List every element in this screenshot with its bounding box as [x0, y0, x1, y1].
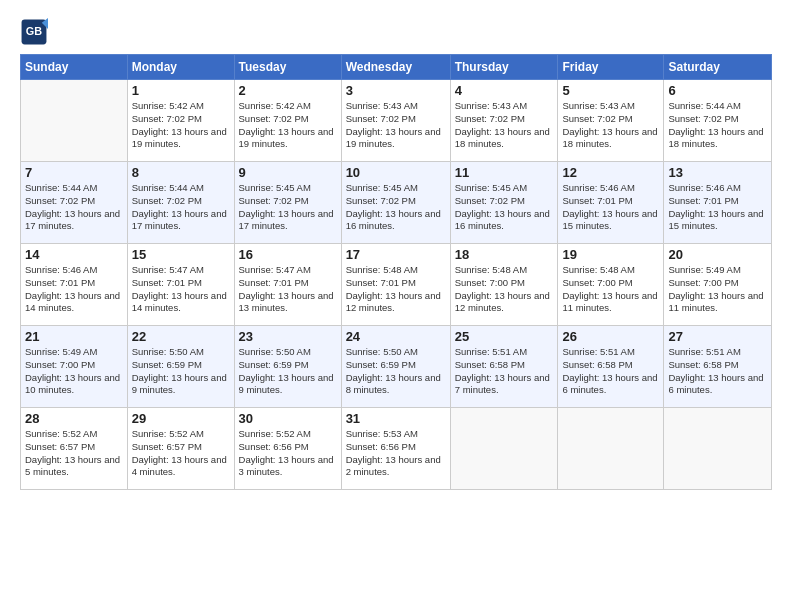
day-number: 25: [455, 329, 554, 344]
day-info: Sunrise: 5:51 AMSunset: 6:58 PMDaylight:…: [668, 346, 767, 397]
day-info: Sunrise: 5:47 AMSunset: 7:01 PMDaylight:…: [239, 264, 337, 315]
day-number: 21: [25, 329, 123, 344]
weekday-saturday: Saturday: [664, 55, 772, 80]
calendar-cell: 27Sunrise: 5:51 AMSunset: 6:58 PMDayligh…: [664, 326, 772, 408]
day-info: Sunrise: 5:50 AMSunset: 6:59 PMDaylight:…: [346, 346, 446, 397]
day-number: 17: [346, 247, 446, 262]
page: GB SundayMondayTuesdayWednesdayThursdayF…: [0, 0, 792, 500]
calendar-cell: [558, 408, 664, 490]
day-number: 23: [239, 329, 337, 344]
calendar-cell: 1Sunrise: 5:42 AMSunset: 7:02 PMDaylight…: [127, 80, 234, 162]
day-info: Sunrise: 5:46 AMSunset: 7:01 PMDaylight:…: [25, 264, 123, 315]
day-info: Sunrise: 5:51 AMSunset: 6:58 PMDaylight:…: [562, 346, 659, 397]
svg-text:GB: GB: [26, 25, 42, 37]
day-number: 12: [562, 165, 659, 180]
day-info: Sunrise: 5:52 AMSunset: 6:56 PMDaylight:…: [239, 428, 337, 479]
day-info: Sunrise: 5:43 AMSunset: 7:02 PMDaylight:…: [346, 100, 446, 151]
calendar-week-row: 7Sunrise: 5:44 AMSunset: 7:02 PMDaylight…: [21, 162, 772, 244]
calendar-cell: 9Sunrise: 5:45 AMSunset: 7:02 PMDaylight…: [234, 162, 341, 244]
calendar-table: SundayMondayTuesdayWednesdayThursdayFrid…: [20, 54, 772, 490]
calendar-cell: 30Sunrise: 5:52 AMSunset: 6:56 PMDayligh…: [234, 408, 341, 490]
calendar-cell: 17Sunrise: 5:48 AMSunset: 7:01 PMDayligh…: [341, 244, 450, 326]
day-number: 6: [668, 83, 767, 98]
weekday-sunday: Sunday: [21, 55, 128, 80]
day-number: 18: [455, 247, 554, 262]
day-number: 16: [239, 247, 337, 262]
calendar-cell: 31Sunrise: 5:53 AMSunset: 6:56 PMDayligh…: [341, 408, 450, 490]
header: GB: [20, 18, 772, 46]
calendar-cell: [21, 80, 128, 162]
calendar-cell: 11Sunrise: 5:45 AMSunset: 7:02 PMDayligh…: [450, 162, 558, 244]
calendar-cell: [450, 408, 558, 490]
day-info: Sunrise: 5:53 AMSunset: 6:56 PMDaylight:…: [346, 428, 446, 479]
calendar-cell: 16Sunrise: 5:47 AMSunset: 7:01 PMDayligh…: [234, 244, 341, 326]
calendar-cell: 7Sunrise: 5:44 AMSunset: 7:02 PMDaylight…: [21, 162, 128, 244]
logo-icon: GB: [20, 18, 48, 46]
day-info: Sunrise: 5:50 AMSunset: 6:59 PMDaylight:…: [239, 346, 337, 397]
weekday-thursday: Thursday: [450, 55, 558, 80]
weekday-header-row: SundayMondayTuesdayWednesdayThursdayFrid…: [21, 55, 772, 80]
day-number: 26: [562, 329, 659, 344]
day-info: Sunrise: 5:47 AMSunset: 7:01 PMDaylight:…: [132, 264, 230, 315]
calendar-cell: 10Sunrise: 5:45 AMSunset: 7:02 PMDayligh…: [341, 162, 450, 244]
day-info: Sunrise: 5:44 AMSunset: 7:02 PMDaylight:…: [25, 182, 123, 233]
calendar-cell: 19Sunrise: 5:48 AMSunset: 7:00 PMDayligh…: [558, 244, 664, 326]
day-number: 30: [239, 411, 337, 426]
day-number: 31: [346, 411, 446, 426]
day-number: 13: [668, 165, 767, 180]
day-number: 5: [562, 83, 659, 98]
calendar-cell: [664, 408, 772, 490]
day-info: Sunrise: 5:52 AMSunset: 6:57 PMDaylight:…: [25, 428, 123, 479]
calendar-cell: 24Sunrise: 5:50 AMSunset: 6:59 PMDayligh…: [341, 326, 450, 408]
day-number: 24: [346, 329, 446, 344]
day-info: Sunrise: 5:48 AMSunset: 7:01 PMDaylight:…: [346, 264, 446, 315]
day-info: Sunrise: 5:42 AMSunset: 7:02 PMDaylight:…: [239, 100, 337, 151]
day-number: 20: [668, 247, 767, 262]
calendar-cell: 12Sunrise: 5:46 AMSunset: 7:01 PMDayligh…: [558, 162, 664, 244]
day-info: Sunrise: 5:43 AMSunset: 7:02 PMDaylight:…: [562, 100, 659, 151]
calendar-cell: 6Sunrise: 5:44 AMSunset: 7:02 PMDaylight…: [664, 80, 772, 162]
logo: GB: [20, 18, 50, 46]
calendar-week-row: 1Sunrise: 5:42 AMSunset: 7:02 PMDaylight…: [21, 80, 772, 162]
day-info: Sunrise: 5:51 AMSunset: 6:58 PMDaylight:…: [455, 346, 554, 397]
day-info: Sunrise: 5:43 AMSunset: 7:02 PMDaylight:…: [455, 100, 554, 151]
calendar-cell: 15Sunrise: 5:47 AMSunset: 7:01 PMDayligh…: [127, 244, 234, 326]
calendar-cell: 26Sunrise: 5:51 AMSunset: 6:58 PMDayligh…: [558, 326, 664, 408]
calendar-cell: 2Sunrise: 5:42 AMSunset: 7:02 PMDaylight…: [234, 80, 341, 162]
day-number: 10: [346, 165, 446, 180]
day-number: 22: [132, 329, 230, 344]
day-number: 8: [132, 165, 230, 180]
day-number: 7: [25, 165, 123, 180]
calendar-cell: 18Sunrise: 5:48 AMSunset: 7:00 PMDayligh…: [450, 244, 558, 326]
day-number: 4: [455, 83, 554, 98]
calendar-cell: 5Sunrise: 5:43 AMSunset: 7:02 PMDaylight…: [558, 80, 664, 162]
calendar-cell: 28Sunrise: 5:52 AMSunset: 6:57 PMDayligh…: [21, 408, 128, 490]
day-info: Sunrise: 5:49 AMSunset: 7:00 PMDaylight:…: [668, 264, 767, 315]
day-info: Sunrise: 5:45 AMSunset: 7:02 PMDaylight:…: [239, 182, 337, 233]
day-number: 2: [239, 83, 337, 98]
day-info: Sunrise: 5:50 AMSunset: 6:59 PMDaylight:…: [132, 346, 230, 397]
weekday-monday: Monday: [127, 55, 234, 80]
day-info: Sunrise: 5:46 AMSunset: 7:01 PMDaylight:…: [668, 182, 767, 233]
weekday-tuesday: Tuesday: [234, 55, 341, 80]
day-info: Sunrise: 5:46 AMSunset: 7:01 PMDaylight:…: [562, 182, 659, 233]
calendar-week-row: 28Sunrise: 5:52 AMSunset: 6:57 PMDayligh…: [21, 408, 772, 490]
day-info: Sunrise: 5:52 AMSunset: 6:57 PMDaylight:…: [132, 428, 230, 479]
calendar-cell: 21Sunrise: 5:49 AMSunset: 7:00 PMDayligh…: [21, 326, 128, 408]
day-number: 11: [455, 165, 554, 180]
calendar-week-row: 21Sunrise: 5:49 AMSunset: 7:00 PMDayligh…: [21, 326, 772, 408]
day-info: Sunrise: 5:42 AMSunset: 7:02 PMDaylight:…: [132, 100, 230, 151]
calendar-cell: 13Sunrise: 5:46 AMSunset: 7:01 PMDayligh…: [664, 162, 772, 244]
calendar-week-row: 14Sunrise: 5:46 AMSunset: 7:01 PMDayligh…: [21, 244, 772, 326]
day-number: 29: [132, 411, 230, 426]
weekday-friday: Friday: [558, 55, 664, 80]
day-info: Sunrise: 5:49 AMSunset: 7:00 PMDaylight:…: [25, 346, 123, 397]
day-number: 15: [132, 247, 230, 262]
calendar-cell: 4Sunrise: 5:43 AMSunset: 7:02 PMDaylight…: [450, 80, 558, 162]
day-info: Sunrise: 5:48 AMSunset: 7:00 PMDaylight:…: [562, 264, 659, 315]
day-info: Sunrise: 5:45 AMSunset: 7:02 PMDaylight:…: [455, 182, 554, 233]
calendar-cell: 29Sunrise: 5:52 AMSunset: 6:57 PMDayligh…: [127, 408, 234, 490]
day-info: Sunrise: 5:44 AMSunset: 7:02 PMDaylight:…: [668, 100, 767, 151]
day-number: 27: [668, 329, 767, 344]
day-info: Sunrise: 5:45 AMSunset: 7:02 PMDaylight:…: [346, 182, 446, 233]
